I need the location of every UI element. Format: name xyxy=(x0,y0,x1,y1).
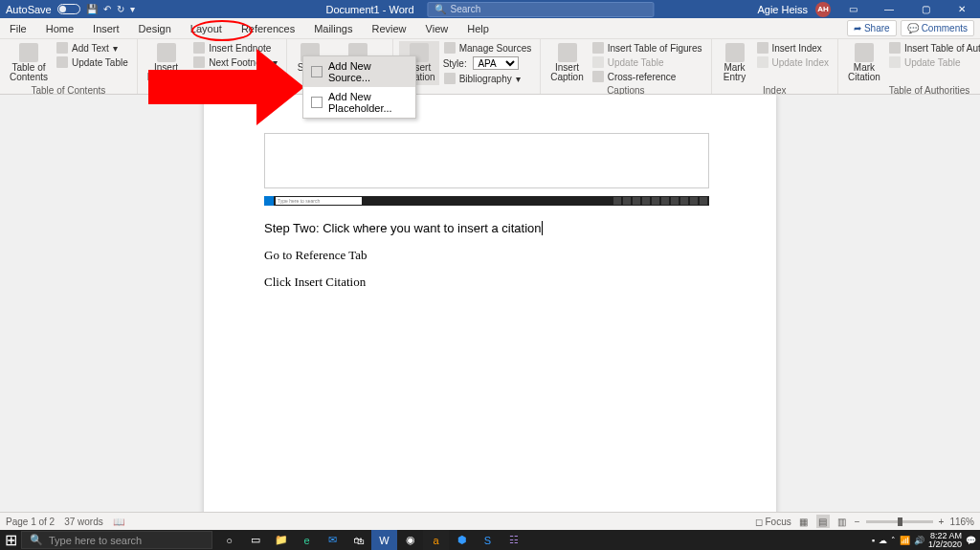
amazon-icon[interactable]: a xyxy=(423,530,449,550)
show-notes-button[interactable]: Show Notes xyxy=(190,70,280,83)
word-icon[interactable]: W xyxy=(371,530,397,550)
manage-sources-button[interactable]: Manage Sources xyxy=(441,41,535,55)
undo-icon[interactable]: ↶ xyxy=(103,4,111,14)
focus-mode-button[interactable]: ◻ Focus xyxy=(755,517,791,527)
insert-index-button[interactable]: Insert Index xyxy=(754,41,833,55)
footnote-icon xyxy=(157,43,176,62)
zoom-slider[interactable] xyxy=(866,520,933,523)
insert-citation-menu: Add New Source... Add New Placeholder... xyxy=(302,55,416,119)
insert-figures-table-button[interactable]: Insert Table of Figures xyxy=(590,41,705,55)
windows-search-box[interactable]: 🔍 Type here to search xyxy=(21,531,212,549)
tab-mailings[interactable]: Mailings xyxy=(304,18,362,38)
dropbox-icon[interactable]: ⬢ xyxy=(449,530,475,550)
update-index-button[interactable]: Update Index xyxy=(754,55,833,69)
tray-cloud-icon[interactable]: ☁ xyxy=(879,536,887,545)
teams-icon[interactable]: ☷ xyxy=(501,530,526,550)
endnote-icon xyxy=(193,42,205,54)
read-mode-icon[interactable]: ▦ xyxy=(797,515,811,528)
toc-icon xyxy=(19,43,38,62)
mark-entry-icon xyxy=(725,43,745,62)
tray-wifi-icon[interactable]: 📶 xyxy=(900,536,910,545)
tab-references[interactable]: References xyxy=(232,18,304,38)
tray-volume-icon[interactable]: 🔊 xyxy=(914,536,924,545)
tray-clock[interactable]: 8:22 AM1/2/2020 xyxy=(928,532,962,549)
ribbon-tabs: File Home Insert Design Layout Reference… xyxy=(0,18,980,39)
tab-file[interactable]: File xyxy=(0,18,36,38)
mark-citation-icon xyxy=(855,43,874,62)
caption-icon xyxy=(558,43,577,62)
zoom-level[interactable]: 116% xyxy=(949,517,974,527)
skype-icon[interactable]: S xyxy=(475,530,501,550)
tab-help[interactable]: Help xyxy=(457,18,499,38)
show-notes-icon xyxy=(193,71,205,82)
close-icon[interactable]: ✕ xyxy=(947,0,976,18)
search-icon: 🔍 xyxy=(30,534,43,546)
group-authorities: Mark Citation Insert Table of Authoritie… xyxy=(838,39,980,94)
document-line-2[interactable]: Go to Reference Tab xyxy=(264,248,368,263)
tab-design[interactable]: Design xyxy=(129,18,181,38)
cross-reference-button[interactable]: Cross-reference xyxy=(590,70,705,83)
zoom-in-button[interactable]: + xyxy=(939,517,945,527)
autosave-toggle[interactable] xyxy=(57,4,80,14)
tab-insert[interactable]: Insert xyxy=(83,18,129,38)
chrome-icon[interactable]: ◉ xyxy=(397,530,423,550)
toc-button[interactable]: Table of Contents xyxy=(6,41,52,84)
update-toc-button[interactable]: Update Table xyxy=(54,55,131,69)
next-footnote-button[interactable]: Next Footnote▾ xyxy=(190,55,280,69)
insert-authorities-button[interactable]: Insert Table of Authorities xyxy=(886,41,980,55)
update-figures-button[interactable]: Update Table xyxy=(590,55,705,69)
word-status-bar: Page 1 of 2 37 words 📖 ◻ Focus ▦ ▤ ▥ − +… xyxy=(0,512,980,530)
spellcheck-icon[interactable]: 📖 xyxy=(113,517,124,527)
minimize-icon[interactable]: — xyxy=(875,0,903,18)
mark-citation-button[interactable]: Mark Citation xyxy=(844,41,884,84)
tray-chevron-icon[interactable]: ˄ xyxy=(891,536,896,545)
word-count[interactable]: 37 words xyxy=(64,517,103,527)
document-line-1[interactable]: Step Two: Click where you want to insert… xyxy=(264,221,543,236)
bibliography-button[interactable]: Bibliography▾ xyxy=(441,72,535,85)
manage-sources-icon xyxy=(444,42,456,54)
start-button[interactable]: ⊞ xyxy=(0,530,21,550)
ribbon: Table of Contents Add Text▾ Update Table… xyxy=(0,39,980,95)
tray-app-icon[interactable]: ▪ xyxy=(872,536,875,545)
share-button[interactable]: ➦Share xyxy=(847,20,897,36)
update-authorities-button[interactable]: Update Table xyxy=(886,55,980,69)
add-new-source-item[interactable]: Add New Source... xyxy=(303,56,415,87)
title-search-box[interactable]: 🔍 Search xyxy=(428,2,655,17)
explorer-icon[interactable]: 📁 xyxy=(268,530,294,550)
figures-icon xyxy=(592,42,604,54)
insert-caption-button[interactable]: Insert Caption xyxy=(546,41,587,84)
citation-style-select[interactable]: Style: APA xyxy=(441,55,535,71)
cortana-icon[interactable]: ○ xyxy=(216,530,242,550)
zoom-out-button[interactable]: − xyxy=(855,517,860,527)
web-layout-icon[interactable]: ▥ xyxy=(835,515,849,528)
ribbon-display-icon[interactable]: ▭ xyxy=(838,0,867,18)
mark-entry-button[interactable]: Mark Entry xyxy=(718,41,752,84)
outlook-icon[interactable]: ✉ xyxy=(320,530,345,550)
document-line-3[interactable]: Click Insert Citation xyxy=(264,275,366,290)
store-icon[interactable]: 🛍 xyxy=(345,530,371,550)
update-icon xyxy=(757,56,768,68)
qat-dropdown-icon[interactable]: ▾ xyxy=(130,4,135,14)
page-indicator[interactable]: Page 1 of 2 xyxy=(6,517,55,527)
tray-notifications-icon[interactable]: 💬 xyxy=(966,536,976,545)
print-layout-icon[interactable]: ▤ xyxy=(816,515,830,528)
tab-layout[interactable]: Layout xyxy=(181,18,232,38)
insert-index-icon xyxy=(757,42,768,54)
redo-icon[interactable]: ↻ xyxy=(117,4,124,14)
maximize-icon[interactable]: ▢ xyxy=(911,0,940,18)
insert-footnote-button[interactable]: Insert Footnote xyxy=(144,41,189,84)
add-text-button[interactable]: Add Text▾ xyxy=(54,41,131,55)
insert-endnote-button[interactable]: Insert Endnote xyxy=(190,41,280,55)
add-new-placeholder-item[interactable]: Add New Placeholder... xyxy=(303,87,415,118)
task-view-icon[interactable]: ▭ xyxy=(242,530,268,550)
document-page[interactable]: Type here to search Step Two: Click wher… xyxy=(204,95,776,512)
tab-review[interactable]: Review xyxy=(363,18,416,38)
save-icon[interactable]: 💾 xyxy=(86,4,98,14)
tab-home[interactable]: Home xyxy=(36,18,83,38)
comments-button[interactable]: 💬Comments xyxy=(901,20,974,36)
bibliography-icon xyxy=(444,73,456,84)
tab-view[interactable]: View xyxy=(416,18,458,38)
edge-icon[interactable]: e xyxy=(294,530,320,550)
avatar[interactable]: AH xyxy=(815,2,831,17)
document-workspace[interactable]: Type here to search Step Two: Click wher… xyxy=(0,95,980,512)
